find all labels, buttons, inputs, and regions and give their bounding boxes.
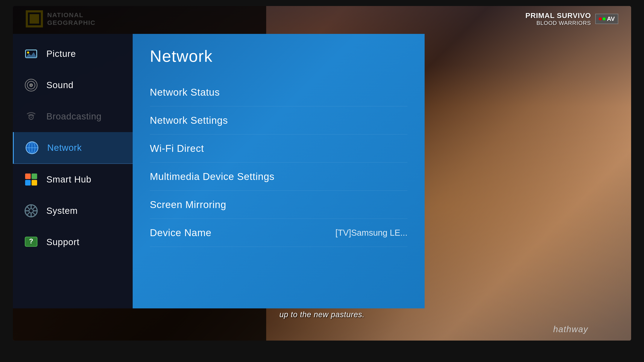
panel-title: Network [150,47,408,65]
sidebar-item-picture[interactable]: Picture [13,38,133,69]
svg-line-25 [27,207,29,209]
sidebar-label-network: Network [47,143,82,153]
sound-icon [24,78,39,93]
sidebar-item-network[interactable]: Network [13,132,133,164]
av-label: AV [607,15,615,22]
network-panel: Network Network Status Network Settings … [133,34,424,308]
panel-label-network-settings: Network Settings [150,114,228,126]
panel-item-network-status[interactable]: Network Status [150,78,408,106]
show-info: PRIMAL SURVIVO BLOOD WARRIORS [526,11,591,26]
sidebar-label-picture: Picture [46,49,76,59]
sidebar-item-sound[interactable]: Sound [13,69,133,101]
sidebar-item-broadcasting[interactable]: Broadcasting [13,101,133,132]
svg-point-2 [27,51,29,54]
picture-icon [24,46,39,61]
svg-rect-17 [25,180,31,186]
show-subtitle: BLOOD WARRIORS [526,20,591,26]
sidebar: Picture Sound [13,34,133,308]
sidebar-item-support[interactable]: ? Support [13,226,133,258]
sidebar-label-smart-hub: Smart Hub [46,174,92,185]
panel-value-device-name: [TV]Samsung LE... [335,228,408,238]
support-icon: ? [24,235,39,250]
panel-item-network-settings[interactable]: Network Settings [150,106,408,134]
svg-line-26 [33,213,36,215]
sidebar-item-smart-hub[interactable]: Smart Hub [13,164,133,195]
svg-point-8 [30,117,32,118]
sidebar-label-sound: Sound [46,80,74,90]
svg-rect-16 [32,173,37,179]
subtitle-text: up to the new pastures. [279,310,364,319]
hathway-logo: hathway [553,325,588,334]
svg-rect-15 [25,173,31,179]
svg-point-20 [29,209,33,213]
subtitle-bar: up to the new pastures. [13,310,631,319]
broadcasting-icon [24,109,39,124]
svg-line-27 [33,207,36,209]
panel-item-device-name[interactable]: Device Name [TV]Samsung LE... [150,219,408,247]
tv-screen: NATIONAL GEOGRAPHIC PRIMAL SURVIVO BLOOD… [13,6,631,341]
av-dot-green [602,17,606,20]
system-icon [24,203,39,218]
panel-label-screen-mirroring: Screen Mirroring [150,199,226,210]
panel-item-multimedia-device-settings[interactable]: Multimedia Device Settings [150,163,408,191]
tv-outer: NATIONAL GEOGRAPHIC PRIMAL SURVIVO BLOOD… [0,0,644,362]
sidebar-label-support: Support [46,237,80,247]
panel-label-device-name: Device Name [150,227,212,239]
smarthub-icon [24,172,39,187]
svg-point-6 [30,84,32,86]
sidebar-label-system: System [46,206,78,216]
panel-label-wifi-direct: Wi-Fi Direct [150,143,204,154]
av-badge: AV [595,14,618,24]
panel-label-multimedia-device-settings: Multimedia Device Settings [150,171,274,182]
hathway-text: hathway [553,325,588,334]
panel-item-wifi-direct[interactable]: Wi-Fi Direct [150,134,408,163]
show-title: PRIMAL SURVIVO [526,11,591,20]
network-icon [24,140,40,155]
channel-info: PRIMAL SURVIVO BLOOD WARRIORS AV [526,11,618,26]
svg-text:?: ? [29,237,33,245]
sidebar-item-system[interactable]: System [13,195,133,226]
av-dot-red [599,17,602,20]
panel-label-network-status: Network Status [150,86,220,98]
svg-rect-18 [32,180,37,186]
svg-line-28 [27,213,29,215]
av-dots [599,17,606,20]
panel-item-screen-mirroring[interactable]: Screen Mirroring [150,191,408,219]
sidebar-label-broadcasting: Broadcasting [46,111,102,122]
